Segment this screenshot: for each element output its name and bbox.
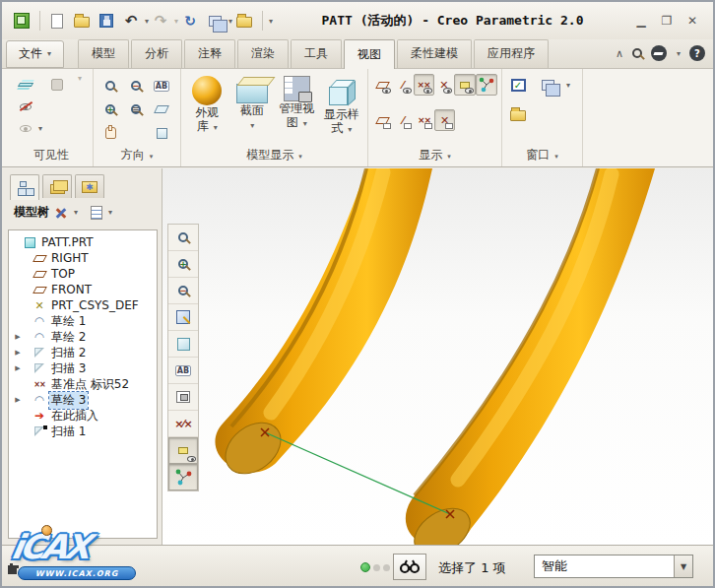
tab-annotate[interactable]: 注释 xyxy=(184,39,235,68)
tree-item-sketch2[interactable]: ▶◠草绘 2 xyxy=(9,329,157,345)
open-file-button[interactable] xyxy=(70,9,94,33)
unhide-dropdown-icon[interactable]: ▾ xyxy=(78,74,82,96)
favorites-icon: ✱ xyxy=(82,181,98,193)
app-icon[interactable] xyxy=(10,9,33,33)
undo-button[interactable]: ↶ xyxy=(119,9,143,33)
tree-tools-dropdown-icon[interactable]: ▾ xyxy=(74,208,78,217)
csys-display-toggle[interactable]: ✕ xyxy=(434,74,455,96)
visibility-dropdown-icon[interactable]: ▾ xyxy=(38,124,42,133)
tree-item-insert-here[interactable]: ➔在此插入 xyxy=(9,408,157,424)
combo-dropdown-icon[interactable]: ▼ xyxy=(674,555,692,577)
spin-center-toggle[interactable] xyxy=(476,74,497,96)
minimize-button[interactable]: ▁ xyxy=(632,13,650,29)
annotation-display-button[interactable] xyxy=(168,437,198,464)
tree-item-csys[interactable]: ✕PRT_CSYS_DEF xyxy=(9,297,157,313)
repaint-button[interactable] xyxy=(168,304,198,331)
tab-tools[interactable]: 工具 xyxy=(291,39,342,68)
help-icon[interactable]: ? xyxy=(689,45,705,61)
hide-button[interactable] xyxy=(14,96,37,117)
tab-model[interactable]: 模型 xyxy=(78,39,129,68)
view-list-button[interactable]: ≡ xyxy=(124,98,148,120)
tree-item-part[interactable]: PATT.PRT xyxy=(9,234,157,250)
appearance-gallery-button[interactable]: 外观 库 ▾ xyxy=(185,74,229,136)
file-menu-button[interactable]: 文件 ▾ xyxy=(6,40,64,68)
tab-view-active[interactable]: 视图 xyxy=(344,39,395,69)
selection-filter-combobox[interactable]: 智能 ▼ xyxy=(534,555,693,578)
default-orientation-button[interactable] xyxy=(150,122,173,144)
graphics-area[interactable]: + − AB ×⁄× xyxy=(162,168,713,545)
refit-button[interactable] xyxy=(168,225,198,251)
tab-applications[interactable]: 应用程序 xyxy=(474,39,549,68)
zoom-in-button[interactable]: + xyxy=(98,98,122,120)
tree-settings-dropdown-icon[interactable]: ▾ xyxy=(108,208,112,217)
expand-arrow-icon[interactable]: ▶ xyxy=(13,349,23,357)
view-normal-button[interactable] xyxy=(150,98,173,120)
zoom-out-button[interactable]: − xyxy=(168,278,198,304)
folder-browser-icon xyxy=(50,184,65,194)
redo-button[interactable]: ↷ xyxy=(149,9,172,33)
expand-arrow-icon[interactable]: ▶ xyxy=(13,364,23,372)
annotation-tag-icon xyxy=(178,447,188,454)
tree-tools-icon[interactable] xyxy=(54,206,68,220)
save-button[interactable] xyxy=(95,9,118,33)
collapse-ribbon-icon[interactable]: ∧ xyxy=(616,47,623,60)
resource-center-icon[interactable] xyxy=(651,45,667,61)
expand-arrow-icon[interactable]: ▶ xyxy=(13,396,23,404)
windows-list-dropdown-icon[interactable]: ▾ xyxy=(566,81,570,90)
tree-item-sweep1[interactable]: 扫描 1 xyxy=(9,424,157,439)
activate-window-button[interactable]: ✓ xyxy=(506,74,530,96)
expand-arrow-icon[interactable]: ▶ xyxy=(13,333,23,341)
model-tree-tab[interactable] xyxy=(10,174,39,200)
spin-center-button[interactable] xyxy=(168,464,198,490)
tree-item-front[interactable]: FRONT xyxy=(9,282,157,297)
tree-item-sweep2[interactable]: ▶扫描 2 xyxy=(9,345,157,360)
search-icon[interactable] xyxy=(632,48,642,58)
tree-settings-icon[interactable] xyxy=(91,206,102,220)
tab-flexible-modeling[interactable]: 柔性建模 xyxy=(397,39,472,68)
tree-item-right[interactable]: RIGHT xyxy=(9,250,157,266)
saved-orientations-button[interactable]: AB xyxy=(168,358,198,384)
axis-display-toggle[interactable]: ⁄ xyxy=(393,74,414,96)
find-button[interactable] xyxy=(393,554,426,580)
layers-button[interactable] xyxy=(14,74,37,96)
zoom-in-button[interactable]: + xyxy=(168,251,198,278)
close-window-ribbon-button[interactable] xyxy=(506,103,530,125)
regenerate-button[interactable]: ↻ xyxy=(178,9,202,33)
display-style-button[interactable] xyxy=(168,331,198,358)
tree-item-sketch1[interactable]: ◠草绘 1 xyxy=(9,313,157,329)
plane-display-toggle[interactable] xyxy=(372,74,393,96)
point-tag-display-toggle[interactable]: ×× xyxy=(414,109,434,131)
zoom-out-button[interactable]: − xyxy=(124,75,148,97)
unhide-button[interactable] xyxy=(45,74,69,96)
display-style-button[interactable]: 显示样 式 ▾ xyxy=(320,74,364,136)
point-display-toggle[interactable]: ×× xyxy=(414,74,434,96)
sections-button[interactable]: 截面 ▾ xyxy=(230,74,275,136)
tree-item-datum-point[interactable]: ××基准点 标识52 xyxy=(9,376,157,392)
tree-item-sweep3[interactable]: ▶扫描 3 xyxy=(9,360,157,376)
close-window-button[interactable] xyxy=(232,9,256,33)
refit-button[interactable] xyxy=(98,75,122,97)
named-views-icon: AB xyxy=(175,365,191,376)
folder-browser-tab[interactable] xyxy=(42,174,72,198)
pan-button[interactable] xyxy=(98,122,122,144)
plane-tag-display-toggle[interactable] xyxy=(372,109,393,131)
manage-views-button[interactable]: 管理视 图 ▾ xyxy=(275,74,319,136)
resource-dropdown-icon[interactable]: ▾ xyxy=(677,49,681,58)
tab-analysis[interactable]: 分析 xyxy=(131,39,182,68)
annotation-display-toggle[interactable] xyxy=(454,74,476,96)
tree-item-top[interactable]: TOP xyxy=(9,266,157,282)
tree-item-sketch3-selected[interactable]: ▶◠草绘 3 xyxy=(9,392,157,408)
axis-tag-display-toggle[interactable]: ⁄ xyxy=(393,109,414,131)
csys-tag-display-toggle[interactable]: ✕ xyxy=(434,109,455,131)
new-file-button[interactable] xyxy=(45,9,69,33)
restore-button[interactable]: ❐ xyxy=(658,13,676,29)
favorites-tab[interactable]: ✱ xyxy=(75,174,104,198)
close-button[interactable]: ✕ xyxy=(683,13,701,29)
windows-list-button[interactable] xyxy=(536,74,559,96)
view-manager-button[interactable] xyxy=(168,384,198,411)
visibility-eye-button[interactable] xyxy=(14,117,37,139)
datum-display-filters-button[interactable]: ×⁄× xyxy=(168,411,198,437)
named-views-button[interactable]: AB xyxy=(150,75,173,97)
tab-render[interactable]: 渲染 xyxy=(237,39,289,68)
windows-button[interactable] xyxy=(203,9,227,33)
